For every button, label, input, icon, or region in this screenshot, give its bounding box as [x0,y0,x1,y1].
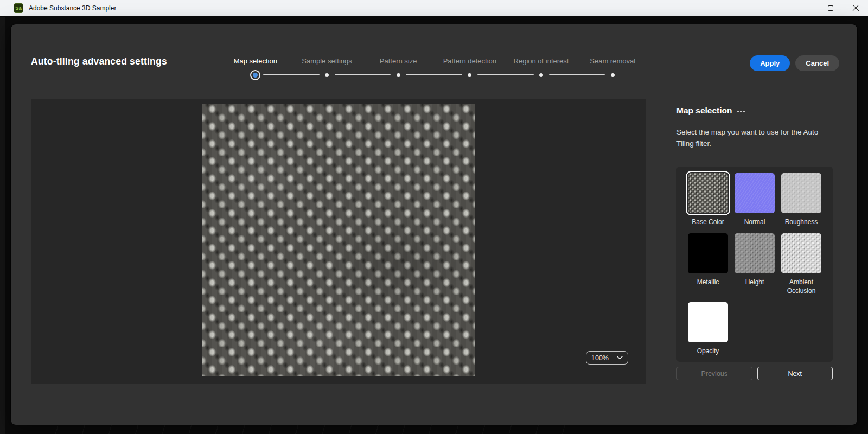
step-label: Region of interest [514,57,569,67]
zoom-dropdown[interactable]: 100% [586,351,628,365]
minimize-button[interactable] [793,0,818,16]
maps-grid: Base Color Normal Roughness Metallic Hei… [676,173,833,355]
step-pattern-size[interactable]: Pattern size [362,57,434,80]
map-selection-panel: Map selection Select the map you want to… [676,106,833,380]
apply-button[interactable]: Apply [750,55,790,71]
app-icon: Sa [14,3,23,13]
chevron-down-icon [617,356,623,360]
panel-description: Select the map you want to use for the A… [676,126,833,149]
base-color-thumbnail [688,173,728,213]
preview-canvas: 100% [31,99,646,384]
close-button[interactable] [843,0,868,16]
map-tile-height[interactable]: Height [735,233,775,295]
metallic-thumbnail [688,233,728,273]
step-dot [611,73,615,77]
maximize-icon [828,5,833,11]
step-region-of-interest[interactable]: Region of interest [506,57,577,80]
map-tile-metallic[interactable]: Metallic [688,233,728,295]
panel-nav-buttons: Previous Next [676,367,833,380]
step-seam-removal[interactable]: Seam removal [577,57,648,80]
step-dot [397,73,400,77]
step-dot [539,73,543,77]
zoom-value: 100% [591,354,609,362]
map-tile-opacity[interactable]: Opacity [688,302,728,355]
step-pattern-detection[interactable]: Pattern detection [434,57,506,80]
previous-button[interactable]: Previous [676,367,752,380]
map-tile-roughness[interactable]: Roughness [781,173,821,226]
map-label: Normal [744,218,765,226]
maps-card: Base Color Normal Roughness Metallic Hei… [676,167,833,362]
window-controls [793,0,868,16]
header-separator [31,87,837,87]
height-thumbnail [735,233,775,273]
ambient-occlusion-thumbnail [781,233,821,273]
window-titlebar: Sa Adobe Substance 3D Sampler [0,0,868,16]
next-button[interactable]: Next [757,367,833,380]
map-tile-base-color[interactable]: Base Color [688,173,728,226]
step-label: Pattern detection [443,57,496,67]
window-title: Adobe Substance 3D Sampler [29,4,116,12]
map-label: Roughness [785,218,818,226]
map-label: Base Color [692,218,724,226]
step-label: Map selection [234,57,277,67]
dialog-action-buttons: Apply Cancel [750,55,839,71]
panel-title: Map selection [676,106,732,116]
step-label: Pattern size [380,57,417,67]
step-sample-settings[interactable]: Sample settings [291,57,363,80]
roughness-thumbnail [781,173,821,213]
minimize-icon [803,8,809,8]
step-dot [325,73,329,77]
opacity-thumbnail [688,302,728,342]
map-label: Height [745,278,764,286]
auto-tiling-dialog: Auto-tiling advanced settings Map select… [11,24,857,425]
step-label: Sample settings [302,57,352,67]
cancel-button[interactable]: Cancel [795,55,839,71]
fabric-texture-preview [202,104,475,376]
map-label: Ambient Occlusion [781,278,821,295]
step-dot [253,73,258,78]
step-map-selection[interactable]: Map selection [220,57,291,80]
normal-thumbnail [735,173,775,213]
map-tile-normal[interactable]: Normal [735,173,775,226]
background-toolbar-strip [0,17,5,434]
map-tile-ambient-occlusion[interactable]: Ambient Occlusion [781,233,821,295]
step-dot [468,73,471,77]
map-label: Metallic [697,278,719,286]
stepper: Map selection Sample settings Pattern si… [220,57,648,80]
close-icon [852,4,859,11]
more-options-icon[interactable] [737,111,745,112]
maximize-button[interactable] [818,0,843,16]
step-label: Seam removal [590,57,635,67]
map-label: Opacity [697,347,719,355]
dialog-title: Auto-tiling advanced settings [31,56,167,67]
